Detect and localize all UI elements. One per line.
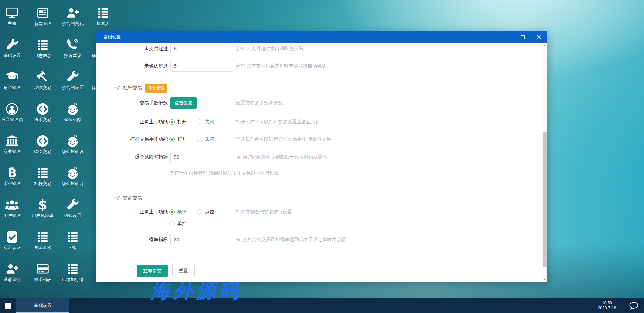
liquidation-risk-rate-input[interactable] [170,151,233,163]
form-row-stop-profit-loss: 止盈止亏功能 打开 关闭 打开用户将可以针对交易设置止盈止亏价 [96,118,542,126]
list-icon [54,263,91,275]
start-button[interactable] [0,298,16,313]
desktop-icon[interactable]: 已添加行情 [54,263,91,282]
radio-unselected-icon [197,209,202,215]
taskbar-clock[interactable]: 10:50 2023-7-18 [589,301,626,311]
svg-text:B: B [8,167,17,179]
field-label: 未确认超过 [96,63,168,69]
form-row-lots-multiplier: 交易手数倍数 点击设置 设置交易的手数和倍数 [96,97,542,109]
form-row-unconfirmed-timeout: 未确认超过 分钟,买方支付后卖方超时未确认将自动确认 [96,60,542,72]
desktop-icon[interactable]: 锁仓挖矿订 [54,167,91,186]
wrench-icon [54,199,91,211]
leverage-section: 杠杆交易币种管理 [115,83,534,93]
field-label: 止盈止亏功能 [96,209,168,215]
radio-option[interactable]: 单控 [169,221,187,227]
reset-button[interactable]: 重置 [172,265,195,277]
delivery-section: 交割交易 [115,193,534,203]
desktop-icon-label: 投诉建议 [54,53,91,58]
desktop-icon-label: 机器人 [85,21,121,26]
paper-plane-icon [115,195,120,201]
desktop-icon-label: 秒合约设置 [54,85,91,90]
settings-form: 未支付超过 分钟,未支付超时将自动取消交易未确认超过 分钟,买方支付后卖方超时未… [96,43,547,282]
list-icon [85,7,121,19]
form-row-leverage-entrust: 杠杆交易委托功能 打开 关闭 打开后前台可以进行杠杆交易委托,即限价交易 [96,135,542,143]
scrollbar-down-arrow[interactable] [542,277,547,282]
field-helper-text: 打开后前台可以进行杠杆交易委托,即限价交易 [236,136,331,142]
unpaid-timeout-input[interactable] [170,43,233,54]
radio-option[interactable]: 打开 [169,136,187,142]
radio-selected-icon [169,119,175,125]
radio-option-label: 单控 [177,221,187,227]
field-helper-text: 分钟,未支付超时将自动取消交易 [236,46,303,52]
paper-plane-icon [115,85,120,91]
desktop-icon-label: 储值記錄 [54,117,91,122]
field-helper-text: 针对交割合约交易进行设置 [236,209,292,215]
close-button[interactable] [532,31,546,43]
scrollbar [542,43,547,282]
section-divider [147,198,534,198]
desktop-icon-label: 锁仓挖矿订 [54,181,91,186]
desktop-icon-label: 已添加行情 [54,277,91,282]
field-label: 未支付超过 [96,46,168,52]
radio-option[interactable]: 关闭 [197,136,214,142]
field-label: 杠杆交易委托功能 [96,136,168,142]
window-titlebar[interactable]: 基础设置 [96,31,547,43]
windows-logo-icon [5,303,11,309]
field-helper-text: 设置交易的手数和倍数 [236,100,283,106]
taskbar-item-basic-settings[interactable]: 基础设置 [16,298,69,313]
window-title: 基础设置 [103,34,121,40]
radio-option-label: 关闭 [205,136,214,142]
radio-selected-icon [169,137,175,142]
taskbar-item-label: 基础设置 [34,303,52,309]
desktop-icon-label: k线 [54,245,91,250]
radio-option-label: 点控 [205,209,214,215]
desktop-icon-label: 钱包设置 [54,213,91,218]
maximize-button[interactable] [516,31,529,43]
reddit-icon [54,167,91,179]
radio-option[interactable]: 关闭 [197,119,214,125]
form-row-delivery-stop-profit-loss-line2: 单控 [96,220,542,228]
radio-group: 打开 关闭 [169,118,214,126]
minimize-button[interactable] [500,31,514,43]
chat-icon[interactable] [629,302,639,311]
desktop-icon[interactable]: k线 [54,231,91,250]
form-row-liquidation-risk-rate: 爆仓风险率指标 % 用户的风险率达到或低于该值时触发爆仓 [96,151,542,163]
reddit-icon [54,103,91,115]
section-divider [172,88,534,88]
currency-manage-button[interactable]: 币种管理 [145,84,167,93]
radio-option-label: 概率 [177,209,187,215]
phone-icon [54,39,91,51]
field-helper-text: % 交割合约交易风控概率达到或大于设定值时才会赢 [236,237,346,243]
form-row-delivery-stop-profit-loss: 止盈止亏功能 概率 点控 针对交割合约交易进行设置 [96,208,542,216]
probability-indicator-input[interactable] [170,234,233,245]
radio-option[interactable]: 点控 [197,209,214,215]
click-to-set-button[interactable]: 点击设置 [170,97,197,109]
scrollbar-thumb[interactable] [543,132,547,267]
desktop-icon[interactable]: 锁仓挖矿设 [54,135,91,154]
radio-unselected-icon [197,119,202,125]
submit-button[interactable]: 立即提交 [137,265,168,277]
svg-text:$: $ [38,199,47,211]
radio-unselected-icon [169,221,175,226]
desktop-icon[interactable]: 钱包设置 [54,199,91,218]
desktop-icon-label: 锁仓挖矿设 [54,149,91,154]
clock-time: 10:50 [589,301,626,306]
radio-option[interactable]: 打开 [169,119,187,125]
radio-option[interactable]: 概率 [169,209,187,215]
section-title: 杠杆交易 [123,85,142,91]
desktop-icon[interactable]: 储值記錄 [54,103,91,122]
form-row-unpaid-timeout: 未支付超过 分钟,未支付超时将自动取消交易 [96,43,542,54]
desktop-icon-label-partial: 接 [92,85,96,91]
list-icon [54,231,91,243]
field-helper-text: 分钟,买方支付后卖方超时未确认将自动确认 [236,63,326,69]
desktop-icon[interactable]: 投诉建议 [54,39,91,58]
radio-unselected-icon [197,137,202,142]
field-helper-text: 打开用户将可以针对交易设置止盈止亏价 [236,119,320,125]
unconfirmed-timeout-input[interactable] [170,60,233,72]
maximize-icon [521,35,525,39]
scrollbar-up-arrow[interactable] [542,43,547,48]
desktop-icon[interactable]: 机器人 [85,7,121,26]
desktop-icon[interactable]: 秒合约设置 [54,71,91,90]
basic-settings-window: 基础设置 未支付超过 分钟,未支付超时将自动取消交易未确认超过 分钟,买方支付后… [96,31,547,282]
clock-date: 2023-7-18 [589,306,626,311]
